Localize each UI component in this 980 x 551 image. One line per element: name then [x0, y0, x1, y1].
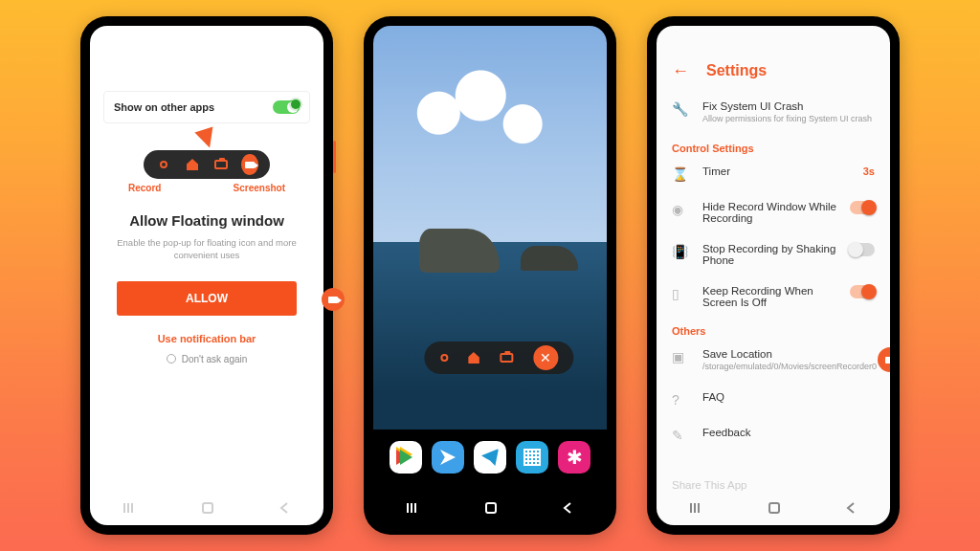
phone-shake-icon: 📳	[672, 244, 689, 259]
app-telegram[interactable]	[474, 441, 506, 474]
dont-ask-row[interactable]: Don't ask again	[90, 354, 323, 364]
shake-switch[interactable]	[850, 243, 875, 256]
row-faq[interactable]: ? FAQ	[657, 382, 890, 417]
fix-ui-sub: Allow permissions for fixing System UI c…	[702, 114, 875, 125]
floating-pill	[144, 150, 270, 179]
section-others: Others	[657, 318, 890, 339]
pointer-arrow-icon	[194, 126, 218, 150]
radio-unchecked-icon[interactable]	[167, 354, 176, 364]
save-title: Save Location	[702, 348, 877, 360]
hide-window-label: Hide Record Window While Recording	[702, 201, 836, 224]
row-keep-off[interactable]: ▯ Keep Recording When Screen Is Off	[657, 276, 890, 318]
close-button[interactable]: ✕	[533, 345, 558, 370]
settings-title: Settings	[706, 62, 767, 79]
record-outline-icon: ◉	[672, 202, 689, 217]
row-feedback[interactable]: ✎ Feedback	[657, 417, 890, 452]
row-fix-ui[interactable]: 🔧 Fix System UI Crash Allow permissions …	[657, 91, 890, 135]
video-icon[interactable]	[241, 156, 258, 173]
hide-window-switch[interactable]	[850, 201, 875, 214]
wrench-icon: 🔧	[672, 101, 689, 117]
feedback-label: Feedback	[702, 427, 875, 438]
allow-button[interactable]: ALLOW	[117, 281, 297, 316]
row-hide-window[interactable]: ◉ Hide Record Window While Recording	[657, 191, 890, 233]
nav-home-icon[interactable]	[202, 502, 213, 514]
section-control: Control Settings	[657, 135, 890, 156]
power-button	[333, 141, 336, 173]
floating-pill[interactable]: ✕	[424, 342, 573, 374]
record-icon[interactable]	[155, 156, 172, 173]
nav-recents-icon[interactable]	[689, 501, 704, 515]
home-icon[interactable]	[184, 156, 201, 173]
phone-icon: ▯	[672, 286, 689, 301]
phone-mockup-3: ← Settings 🔧 Fix System UI Crash Allow p…	[647, 16, 900, 535]
keep-off-label: Keep Recording When Screen Is Off	[702, 285, 836, 308]
app-play-store[interactable]	[390, 441, 422, 474]
nav-recents-icon[interactable]	[122, 501, 138, 515]
home-dock: ✱	[373, 428, 607, 487]
record-icon[interactable]	[440, 354, 448, 362]
subtext-allow-floating: Enable the pop-up for floating icon and …	[117, 236, 297, 262]
tap-hand-icon	[291, 99, 301, 109]
row-timer[interactable]: ⌛ Timer 3s	[657, 156, 890, 191]
row-shake[interactable]: 📳 Stop Recording by Shaking Phone	[657, 233, 890, 276]
nav-back-icon[interactable]	[278, 501, 291, 515]
screen-3: ← Settings 🔧 Fix System UI Crash Allow p…	[657, 26, 890, 525]
heading-allow-floating: Allow Floating window	[90, 212, 323, 229]
nav-home-icon[interactable]	[768, 502, 780, 514]
keep-off-switch[interactable]	[850, 285, 875, 298]
row-save-location[interactable]: ▣ Save Location /storage/emulated/0/Movi…	[657, 339, 890, 383]
chat-icon: ✎	[672, 428, 689, 443]
overlay-label: Show on other apps	[114, 101, 214, 113]
settings-topbar: ← Settings	[657, 51, 890, 91]
dont-ask-label: Don't ask again	[182, 354, 248, 364]
use-notification-link[interactable]: Use notification bar	[90, 333, 323, 344]
overlay-permission-card[interactable]: Show on other apps	[103, 91, 310, 123]
camera-icon[interactable]	[212, 156, 230, 173]
timer-label: Timer	[702, 165, 850, 177]
android-navbar	[373, 491, 607, 525]
floating-record-badge[interactable]	[322, 288, 345, 311]
nav-home-icon[interactable]	[485, 502, 497, 514]
app-bird[interactable]	[432, 441, 464, 474]
help-icon: ?	[672, 392, 689, 408]
hourglass-icon: ⌛	[672, 166, 689, 182]
nav-back-icon[interactable]	[561, 501, 574, 515]
phone-mockup-1: Show on other apps Record Screenshot All…	[80, 16, 333, 535]
android-navbar	[657, 491, 890, 525]
app-flower[interactable]: ✱	[558, 441, 590, 474]
wallpaper-rock-2	[521, 246, 578, 271]
fix-ui-title: Fix System UI Crash	[702, 100, 875, 112]
shake-label: Stop Recording by Shaking Phone	[702, 243, 836, 266]
camera-icon[interactable]	[500, 353, 513, 363]
nav-recents-icon[interactable]	[406, 501, 421, 515]
label-screenshot: Screenshot	[234, 183, 285, 193]
screen-1: Show on other apps Record Screenshot All…	[90, 26, 323, 525]
timer-value: 3s	[863, 165, 875, 177]
folder-icon: ▣	[672, 349, 689, 364]
save-sub: /storage/emulated/0/Movies/screenRecorde…	[702, 362, 877, 373]
row-share-partial[interactable]: Share This App	[672, 479, 875, 491]
wallpaper-sky	[373, 26, 607, 244]
android-navbar	[90, 491, 323, 525]
app-qr[interactable]	[516, 441, 548, 474]
nav-back-icon[interactable]	[844, 501, 858, 515]
label-record: Record	[128, 183, 161, 193]
home-icon[interactable]	[468, 352, 479, 364]
back-arrow-icon[interactable]: ←	[672, 61, 689, 81]
phone-mockup-2: ✕ ✱	[364, 16, 616, 535]
faq-label: FAQ	[702, 391, 875, 403]
screen-2: ✕ ✱	[373, 26, 607, 525]
pill-labels: Record Screenshot	[128, 183, 285, 193]
